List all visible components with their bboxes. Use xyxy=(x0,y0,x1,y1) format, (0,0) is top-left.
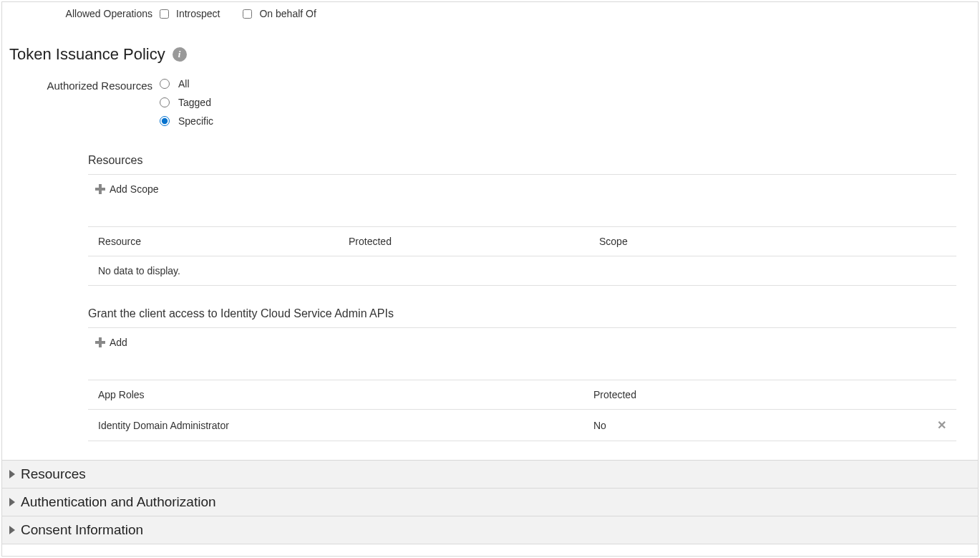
table-header-row: Resource Protected Scope xyxy=(88,227,956,256)
radio-option-all: All xyxy=(160,78,213,90)
introspect-label[interactable]: Introspect xyxy=(176,8,220,19)
introspect-checkbox[interactable] xyxy=(160,9,169,19)
all-radio-label[interactable]: All xyxy=(178,78,190,90)
specific-radio-label[interactable]: Specific xyxy=(178,115,213,127)
protected-cell: No xyxy=(593,420,918,431)
grant-title: Grant the client access to Identity Clou… xyxy=(88,307,956,328)
accordion-consent-label: Consent Information xyxy=(21,522,143,538)
resources-title: Resources xyxy=(88,154,956,175)
radio-options: All Tagged Specific xyxy=(160,78,213,127)
info-icon[interactable]: i xyxy=(173,47,187,62)
specific-radio[interactable] xyxy=(160,116,170,126)
introspect-option: Introspect xyxy=(160,8,220,19)
add-scope-label: Add Scope xyxy=(110,183,159,195)
accordion-auth[interactable]: Authentication and Authorization xyxy=(2,488,978,516)
chevron-right-icon xyxy=(9,526,15,534)
allowed-operations-label: Allowed Operations xyxy=(2,8,160,19)
token-policy-heading: Token Issuance Policy i xyxy=(2,24,978,69)
close-icon[interactable]: ✕ xyxy=(937,419,946,431)
token-policy-title: Token Issuance Policy xyxy=(9,45,165,64)
onbehalf-checkbox[interactable] xyxy=(243,9,252,19)
grant-subsection: Grant the client access to Identity Clou… xyxy=(2,307,978,441)
app-roles-table: App Roles Protected Identity Domain Admi… xyxy=(88,380,956,441)
plus-icon xyxy=(95,184,105,194)
accordion-consent[interactable]: Consent Information xyxy=(2,516,978,544)
authorized-resources-group: Authorized Resources All Tagged Specific xyxy=(2,69,978,133)
empty-message: No data to display. xyxy=(98,265,349,276)
resources-table: Resource Protected Scope No data to disp… xyxy=(88,226,956,286)
scope-header: Scope xyxy=(599,236,946,247)
accordion-resources-label: Resources xyxy=(21,466,86,482)
onbehalf-label[interactable]: On behalf Of xyxy=(259,8,316,19)
radio-option-tagged: Tagged xyxy=(160,97,213,108)
add-button[interactable]: Add xyxy=(88,328,956,357)
chevron-right-icon xyxy=(9,470,15,478)
allowed-operations-row: Allowed Operations Introspect On behalf … xyxy=(2,2,978,24)
all-radio[interactable] xyxy=(160,79,170,89)
tagged-radio[interactable] xyxy=(160,97,170,107)
tagged-radio-label[interactable]: Tagged xyxy=(178,97,211,108)
onbehalf-option: On behalf Of xyxy=(243,8,316,19)
resources-subsection: Resources Add Scope Resource Protected S… xyxy=(2,154,978,286)
remove-cell: ✕ xyxy=(918,418,946,432)
protected-header: Protected xyxy=(349,236,599,247)
accordion-auth-label: Authentication and Authorization xyxy=(21,494,216,510)
plus-icon xyxy=(95,337,105,347)
chevron-right-icon xyxy=(9,498,15,506)
accordion-resources[interactable]: Resources xyxy=(2,460,978,488)
app-roles-header: App Roles xyxy=(98,389,593,400)
add-scope-button[interactable]: Add Scope xyxy=(88,175,956,203)
accordion-section: Resources Authentication and Authorizati… xyxy=(2,460,978,544)
table-header-row: App Roles Protected xyxy=(88,380,956,410)
protected-header: Protected xyxy=(593,389,918,400)
add-label: Add xyxy=(110,337,127,348)
radio-option-specific: Specific xyxy=(160,115,213,127)
authorized-resources-label: Authorized Resources xyxy=(2,78,160,127)
table-row: Identity Domain Administrator No ✕ xyxy=(88,410,956,441)
table-empty-row: No data to display. xyxy=(88,256,956,286)
resource-header: Resource xyxy=(98,236,349,247)
role-cell: Identity Domain Administrator xyxy=(98,420,593,431)
